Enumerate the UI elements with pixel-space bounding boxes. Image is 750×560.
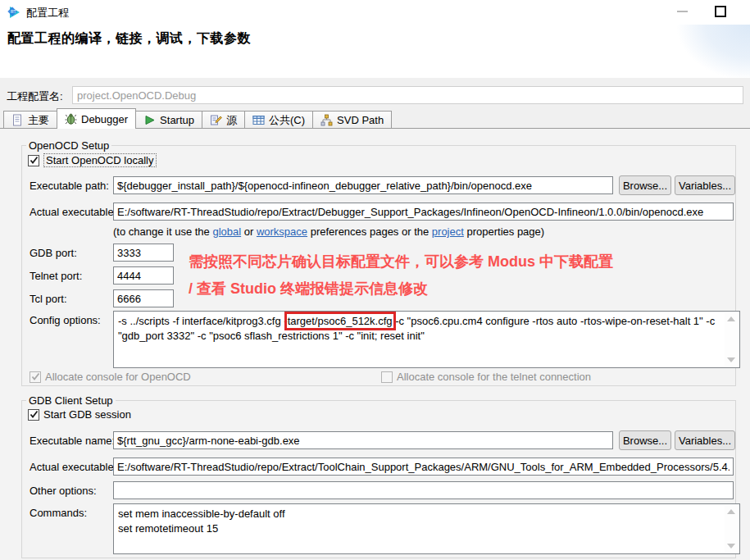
hint-text: preferences pages or the xyxy=(307,225,432,238)
maximize-button[interactable] xyxy=(715,6,726,17)
svg-text:RT: RT xyxy=(11,9,16,14)
commands-line-2: set remotetimeout 15 xyxy=(118,521,721,536)
config-name-label: 工程配置名: xyxy=(7,89,63,104)
tab-label: 源 xyxy=(226,113,237,128)
annotation-line-1: 需按照不同芯片确认目标配置文件，可以参考 Modus 中下载配置 xyxy=(189,248,613,275)
annotation-line-2: / 查看 Studio 终端报错提示信息修改 xyxy=(189,275,613,303)
play-icon xyxy=(143,114,156,126)
allocate-console-openocd-label: Allocate console for OpenOCD xyxy=(45,371,191,383)
gdb-port-label: GDB port: xyxy=(30,247,77,259)
bug-icon xyxy=(65,113,77,125)
debugger-tab-page: OpenOCD Setup Start OpenOCD locally Exec… xyxy=(0,128,750,560)
tab-startup[interactable]: Startup xyxy=(135,111,202,129)
config-options-pre: -s ../scripts -f interface/kitprog3.cfg … xyxy=(118,315,288,327)
workspace-preferences-link[interactable]: workspace xyxy=(257,225,307,238)
change-executable-hint: (to change it use the global or workspac… xyxy=(113,225,544,238)
dialog-subtitle: 配置工程的编译，链接，调试，下载参数 xyxy=(7,30,251,48)
minimize-button[interactable] xyxy=(677,11,689,14)
actual-executable-label: Actual executable: xyxy=(30,206,116,218)
config-name-input[interactable] xyxy=(72,86,743,104)
tab-bar: 主要 Debugger xyxy=(3,108,391,129)
document-icon xyxy=(11,114,24,126)
title-bar: RT 配置工程 xyxy=(0,0,750,25)
config-options-label: Config options: xyxy=(30,314,101,326)
tab-label: Startup xyxy=(160,114,194,126)
other-options-input[interactable] xyxy=(113,481,734,499)
scroll-down-icon[interactable] xyxy=(727,357,735,362)
openocd-setup-legend: OpenOCD Setup xyxy=(26,139,111,152)
tcl-port-label: Tcl port: xyxy=(30,293,67,305)
config-options-scrollbar[interactable] xyxy=(725,312,739,367)
pencil-source-icon xyxy=(210,114,222,126)
other-options-label: Other options: xyxy=(30,485,97,497)
browse-button-gdb[interactable]: Browse... xyxy=(619,430,671,450)
gdb-actual-executable-label: Actual executable: xyxy=(30,461,116,473)
config-highlight-box: target/psoc6_512k.cfg xyxy=(288,315,393,327)
tab-common[interactable]: 公共(C) xyxy=(244,111,313,129)
scroll-down-icon[interactable] xyxy=(727,544,735,549)
table-icon xyxy=(252,114,265,126)
dialog-banner: 配置工程的编译，链接，调试，下载参数 xyxy=(0,25,750,78)
commands-textarea[interactable]: set mem inaccessible-by-default off set … xyxy=(113,503,740,554)
gdb-client-setup-legend: GDB Client Setup xyxy=(26,394,116,407)
allocate-console-telnet-checkbox[interactable]: Allocate console for the telnet connecti… xyxy=(381,371,591,383)
scroll-up-icon[interactable] xyxy=(727,316,735,321)
gdb-port-input[interactable] xyxy=(113,244,174,262)
commands-label: Commands: xyxy=(30,507,87,519)
hint-text: or xyxy=(241,225,257,238)
commands-text: set mem inaccessible-by-default off set … xyxy=(118,507,721,536)
executable-path-input[interactable] xyxy=(113,176,613,194)
start-gdb-session-label: Start GDB session xyxy=(43,408,131,421)
tab-label: 公共(C) xyxy=(269,113,305,128)
scroll-up-icon[interactable] xyxy=(727,509,735,514)
window-title: 配置工程 xyxy=(26,6,69,20)
gdb-actual-executable-input[interactable] xyxy=(113,458,734,476)
commands-scrollbar[interactable] xyxy=(725,505,739,553)
start-openocd-locally-checkbox[interactable]: Start OpenOCD locally xyxy=(28,153,157,167)
config-options-textarea[interactable]: -s ../scripts -f interface/kitprog3.cfg … xyxy=(113,311,740,368)
checkbox-unchecked-icon xyxy=(381,371,393,383)
allocate-console-openocd-checkbox[interactable]: Allocate console for OpenOCD xyxy=(30,371,191,383)
telnet-port-label: Telnet port: xyxy=(30,270,82,282)
variables-button[interactable]: Variables... xyxy=(675,175,735,195)
start-openocd-locally-label: Start OpenOCD locally xyxy=(43,153,157,167)
actual-executable-input[interactable] xyxy=(113,203,734,221)
checkbox-checked-icon xyxy=(28,409,39,421)
executable-path-label: Executable path: xyxy=(30,180,109,192)
project-properties-link[interactable]: project xyxy=(432,225,464,238)
banner-decoration xyxy=(627,25,750,78)
executable-name-label: Executable name: xyxy=(30,435,115,447)
browse-button[interactable]: Browse... xyxy=(619,175,671,195)
hint-text: (to change it use the xyxy=(113,225,212,238)
dialog-body: 工程配置名: 主要 xyxy=(0,78,750,560)
commands-line-1: set mem inaccessible-by-default off xyxy=(118,507,721,521)
hint-text: properties page) xyxy=(464,225,544,238)
tab-svd-path[interactable]: SVD Path xyxy=(312,111,392,129)
config-options-text: -s ../scripts -f interface/kitprog3.cfg … xyxy=(118,314,721,344)
tcl-port-input[interactable] xyxy=(113,289,174,307)
global-preferences-link[interactable]: global xyxy=(212,225,241,238)
variables-button-gdb[interactable]: Variables... xyxy=(675,430,735,450)
configure-project-dialog: RT 配置工程 配置工程的编译，链接，调试，下载参数 工程配置名: xyxy=(0,0,750,560)
tab-source[interactable]: 源 xyxy=(202,111,245,129)
telnet-port-input[interactable] xyxy=(113,266,174,285)
tab-label: Debugger xyxy=(81,113,128,125)
executable-name-input[interactable] xyxy=(113,431,613,449)
allocate-console-telnet-label: Allocate console for the telnet connecti… xyxy=(397,371,591,383)
hierarchy-icon xyxy=(320,114,333,126)
rt-thread-logo-icon: RT xyxy=(7,5,22,20)
tab-debugger[interactable]: Debugger xyxy=(57,108,136,129)
red-annotation-note: 需按照不同芯片确认目标配置文件，可以参考 Modus 中下载配置 / 查看 St… xyxy=(189,248,613,303)
tab-label: SVD Path xyxy=(337,114,384,126)
checkbox-checked-icon xyxy=(28,155,39,166)
tab-label: 主要 xyxy=(28,113,49,128)
tab-main[interactable]: 主要 xyxy=(3,111,57,129)
start-gdb-session-checkbox[interactable]: Start GDB session xyxy=(28,408,131,421)
checkbox-checked-disabled-icon xyxy=(30,371,41,383)
